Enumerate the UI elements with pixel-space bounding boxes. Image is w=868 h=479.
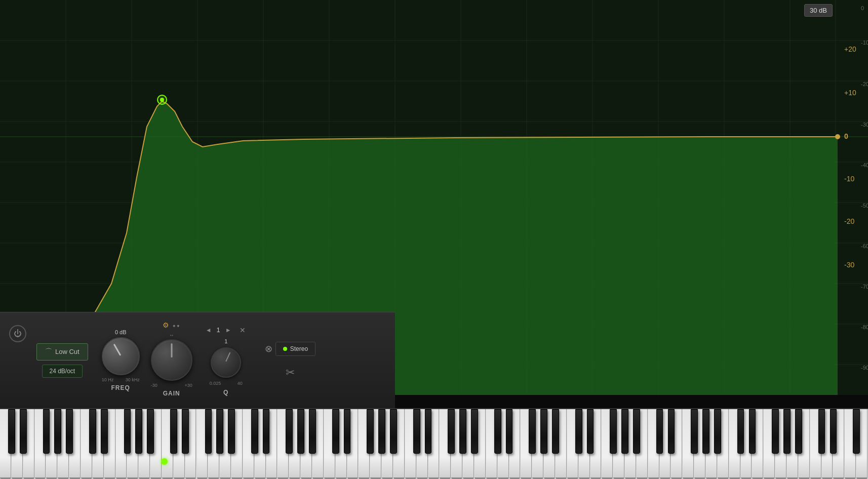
black-key[interactable]: [286, 409, 293, 454]
black-key[interactable]: [853, 409, 860, 454]
black-key[interactable]: [668, 409, 675, 454]
black-key[interactable]: [413, 409, 420, 454]
gain-range: -30 +30: [151, 383, 192, 388]
black-key[interactable]: [332, 409, 339, 454]
svg-text:-70: -70: [861, 284, 868, 290]
filter-type-button[interactable]: ⌒ Low Cut: [36, 343, 88, 361]
filter-type-icon: ⌒: [45, 347, 52, 356]
black-key[interactable]: [228, 409, 235, 454]
black-key[interactable]: [459, 409, 466, 454]
black-key[interactable]: [737, 409, 744, 454]
link-button[interactable]: ⊗: [265, 343, 272, 354]
q-value-display: 1: [224, 338, 227, 344]
black-key[interactable]: [20, 409, 27, 454]
octave-label: 24 dB/oct: [50, 368, 75, 375]
black-key[interactable]: [378, 409, 385, 454]
black-key[interactable]: [702, 409, 709, 454]
band-next-button[interactable]: ►: [223, 326, 233, 335]
black-key[interactable]: [216, 409, 223, 454]
stereo-row: ⊗ Stereo: [265, 342, 315, 356]
stereo-label: Stereo: [290, 345, 308, 352]
freq-knob[interactable]: [102, 337, 140, 375]
svg-text:-10: -10: [844, 175, 854, 183]
black-key[interactable]: [344, 409, 351, 454]
black-key[interactable]: [621, 409, 628, 454]
svg-text:-10: -10: [861, 39, 868, 46]
svg-text:-80: -80: [861, 324, 868, 330]
black-key[interactable]: [772, 409, 779, 454]
black-key[interactable]: [540, 409, 547, 454]
black-key[interactable]: [251, 409, 258, 454]
stereo-indicator: [283, 347, 287, 351]
black-key[interactable]: [170, 409, 177, 454]
svg-text:0: 0: [861, 5, 864, 11]
band-prev-button[interactable]: ◄: [204, 326, 214, 335]
black-key[interactable]: [575, 409, 582, 454]
svg-text:-30: -30: [844, 261, 854, 269]
black-key[interactable]: [749, 409, 756, 454]
black-key[interactable]: [124, 409, 131, 454]
black-key[interactable]: [506, 409, 513, 454]
black-key[interactable]: [425, 409, 432, 454]
piano-keyboard: [0, 408, 868, 479]
octave-button[interactable]: 24 dB/oct: [42, 365, 83, 378]
black-key[interactable]: [390, 409, 397, 454]
black-key[interactable]: [818, 409, 825, 454]
filter-section: ⌒ Low Cut 24 dB/oct: [36, 343, 88, 378]
black-key[interactable]: [587, 409, 594, 454]
db-range-button[interactable]: 30 dB: [804, 4, 833, 17]
band-number: 1: [217, 326, 220, 334]
freq-label: FREQ: [111, 384, 130, 391]
black-key[interactable]: [552, 409, 559, 454]
black-key[interactable]: [309, 409, 316, 454]
stereo-button[interactable]: Stereo: [275, 342, 315, 356]
black-key[interactable]: [795, 409, 802, 454]
svg-text:-30: -30: [861, 122, 868, 128]
gear-icon: ⚙ ✦✦: [163, 321, 180, 329]
svg-text:-50: -50: [861, 203, 868, 209]
black-key[interactable]: [297, 409, 304, 454]
black-key[interactable]: [494, 409, 501, 454]
scissors-button[interactable]: ✂: [286, 366, 295, 379]
piano-keys-container: [0, 409, 868, 479]
black-key[interactable]: [691, 409, 698, 454]
black-key[interactable]: [182, 409, 189, 454]
black-key[interactable]: [529, 409, 536, 454]
black-key[interactable]: [135, 409, 142, 454]
band-close-button[interactable]: ✕: [236, 325, 249, 335]
freq-value-display: 0 dB: [115, 329, 127, 335]
freq-max: 30 kHz: [126, 377, 140, 382]
freq-min: 10 Hz: [102, 377, 114, 382]
svg-text:-20: -20: [844, 217, 854, 225]
black-key[interactable]: [66, 409, 73, 454]
black-key[interactable]: [448, 409, 455, 454]
q-knob[interactable]: [211, 347, 241, 378]
black-key[interactable]: [610, 409, 617, 454]
gain-label: GAIN: [163, 390, 180, 397]
black-key[interactable]: [263, 409, 270, 454]
black-key[interactable]: [147, 409, 154, 454]
black-key[interactable]: [43, 409, 50, 454]
eq-control-node[interactable]: [157, 95, 167, 105]
scissors-icon: ✂: [286, 366, 295, 379]
black-key[interactable]: [205, 409, 212, 454]
black-key[interactable]: [471, 409, 478, 454]
svg-text:-20: -20: [861, 81, 868, 87]
black-key[interactable]: [714, 409, 721, 454]
black-key[interactable]: [633, 409, 640, 454]
black-key[interactable]: [783, 409, 791, 454]
freq-range: 10 Hz 30 kHz: [102, 377, 140, 382]
black-key[interactable]: [89, 409, 96, 454]
gain-knob[interactable]: [151, 339, 192, 381]
gain-min: -30: [151, 383, 157, 388]
black-key[interactable]: [367, 409, 374, 454]
black-key[interactable]: [8, 409, 15, 454]
gain-max: +30: [184, 383, 192, 388]
link-icon: ⊗: [265, 344, 272, 354]
svg-text:+10: +10: [844, 89, 856, 97]
black-key[interactable]: [656, 409, 663, 454]
black-key[interactable]: [830, 409, 837, 454]
black-key[interactable]: [54, 409, 61, 454]
black-key[interactable]: [101, 409, 108, 454]
power-button[interactable]: ⏻: [9, 325, 26, 342]
